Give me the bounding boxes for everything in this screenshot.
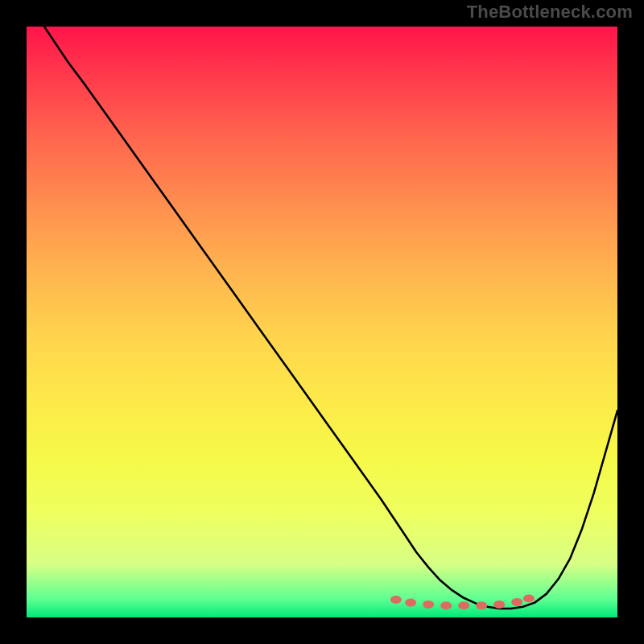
chart-frame: TheBottleneck.com <box>0 0 644 644</box>
plot-area <box>27 27 617 617</box>
gradient-background <box>27 27 617 617</box>
watermark-text: TheBottleneck.com <box>467 2 633 23</box>
